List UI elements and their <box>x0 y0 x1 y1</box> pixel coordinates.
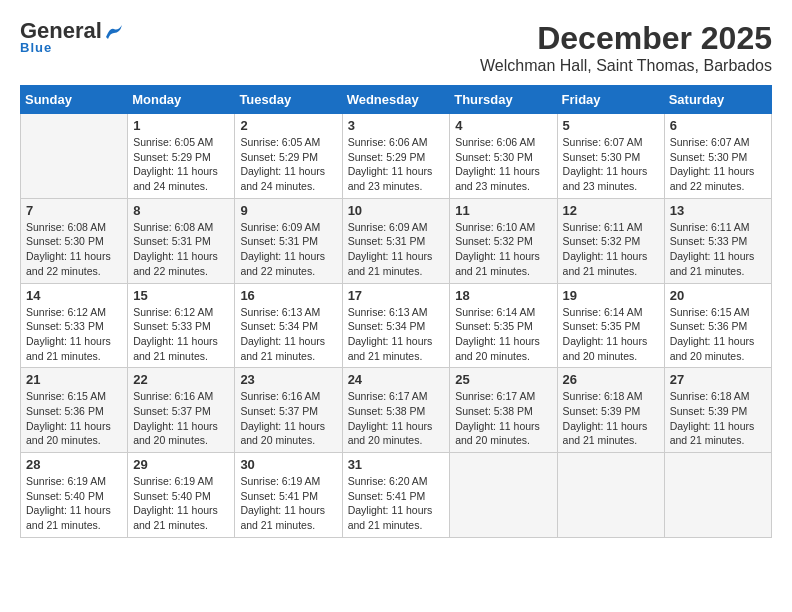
day-number: 19 <box>563 288 659 303</box>
day-info: Sunrise: 6:12 AM Sunset: 5:33 PM Dayligh… <box>26 305 122 364</box>
table-cell: 4Sunrise: 6:06 AM Sunset: 5:30 PM Daylig… <box>450 114 557 199</box>
day-info: Sunrise: 6:18 AM Sunset: 5:39 PM Dayligh… <box>670 389 766 448</box>
day-info: Sunrise: 6:18 AM Sunset: 5:39 PM Dayligh… <box>563 389 659 448</box>
table-cell: 16Sunrise: 6:13 AM Sunset: 5:34 PM Dayli… <box>235 283 342 368</box>
table-cell: 26Sunrise: 6:18 AM Sunset: 5:39 PM Dayli… <box>557 368 664 453</box>
day-info: Sunrise: 6:07 AM Sunset: 5:30 PM Dayligh… <box>670 135 766 194</box>
table-cell: 11Sunrise: 6:10 AM Sunset: 5:32 PM Dayli… <box>450 198 557 283</box>
day-info: Sunrise: 6:14 AM Sunset: 5:35 PM Dayligh… <box>455 305 551 364</box>
col-thursday: Thursday <box>450 86 557 114</box>
table-cell: 19Sunrise: 6:14 AM Sunset: 5:35 PM Dayli… <box>557 283 664 368</box>
logo-blue: Blue <box>20 40 52 55</box>
col-wednesday: Wednesday <box>342 86 450 114</box>
day-info: Sunrise: 6:16 AM Sunset: 5:37 PM Dayligh… <box>133 389 229 448</box>
day-info: Sunrise: 6:09 AM Sunset: 5:31 PM Dayligh… <box>348 220 445 279</box>
day-info: Sunrise: 6:19 AM Sunset: 5:40 PM Dayligh… <box>133 474 229 533</box>
day-number: 22 <box>133 372 229 387</box>
day-info: Sunrise: 6:17 AM Sunset: 5:38 PM Dayligh… <box>455 389 551 448</box>
day-number: 1 <box>133 118 229 133</box>
day-info: Sunrise: 6:11 AM Sunset: 5:32 PM Dayligh… <box>563 220 659 279</box>
day-number: 24 <box>348 372 445 387</box>
main-title: December 2025 <box>480 20 772 57</box>
table-cell: 21Sunrise: 6:15 AM Sunset: 5:36 PM Dayli… <box>21 368 128 453</box>
title-area: December 2025 Welchman Hall, Saint Thoma… <box>480 20 772 75</box>
day-info: Sunrise: 6:09 AM Sunset: 5:31 PM Dayligh… <box>240 220 336 279</box>
day-info: Sunrise: 6:20 AM Sunset: 5:41 PM Dayligh… <box>348 474 445 533</box>
table-cell: 23Sunrise: 6:16 AM Sunset: 5:37 PM Dayli… <box>235 368 342 453</box>
day-info: Sunrise: 6:06 AM Sunset: 5:29 PM Dayligh… <box>348 135 445 194</box>
table-cell: 28Sunrise: 6:19 AM Sunset: 5:40 PM Dayli… <box>21 453 128 538</box>
header: General Blue December 2025 Welchman Hall… <box>20 20 772 75</box>
table-cell: 30Sunrise: 6:19 AM Sunset: 5:41 PM Dayli… <box>235 453 342 538</box>
table-cell <box>450 453 557 538</box>
day-number: 8 <box>133 203 229 218</box>
day-info: Sunrise: 6:19 AM Sunset: 5:40 PM Dayligh… <box>26 474 122 533</box>
table-cell: 1Sunrise: 6:05 AM Sunset: 5:29 PM Daylig… <box>128 114 235 199</box>
table-cell: 27Sunrise: 6:18 AM Sunset: 5:39 PM Dayli… <box>664 368 771 453</box>
day-number: 26 <box>563 372 659 387</box>
table-cell: 7Sunrise: 6:08 AM Sunset: 5:30 PM Daylig… <box>21 198 128 283</box>
day-info: Sunrise: 6:11 AM Sunset: 5:33 PM Dayligh… <box>670 220 766 279</box>
table-cell: 8Sunrise: 6:08 AM Sunset: 5:31 PM Daylig… <box>128 198 235 283</box>
table-cell: 18Sunrise: 6:14 AM Sunset: 5:35 PM Dayli… <box>450 283 557 368</box>
logo: General Blue <box>20 20 122 55</box>
table-cell: 31Sunrise: 6:20 AM Sunset: 5:41 PM Dayli… <box>342 453 450 538</box>
table-cell: 17Sunrise: 6:13 AM Sunset: 5:34 PM Dayli… <box>342 283 450 368</box>
day-number: 7 <box>26 203 122 218</box>
col-monday: Monday <box>128 86 235 114</box>
table-cell: 12Sunrise: 6:11 AM Sunset: 5:32 PM Dayli… <box>557 198 664 283</box>
table-cell: 22Sunrise: 6:16 AM Sunset: 5:37 PM Dayli… <box>128 368 235 453</box>
table-cell: 15Sunrise: 6:12 AM Sunset: 5:33 PM Dayli… <box>128 283 235 368</box>
day-number: 2 <box>240 118 336 133</box>
day-info: Sunrise: 6:12 AM Sunset: 5:33 PM Dayligh… <box>133 305 229 364</box>
day-number: 31 <box>348 457 445 472</box>
day-info: Sunrise: 6:16 AM Sunset: 5:37 PM Dayligh… <box>240 389 336 448</box>
col-sunday: Sunday <box>21 86 128 114</box>
col-tuesday: Tuesday <box>235 86 342 114</box>
week-row-5: 28Sunrise: 6:19 AM Sunset: 5:40 PM Dayli… <box>21 453 772 538</box>
table-cell <box>664 453 771 538</box>
day-info: Sunrise: 6:08 AM Sunset: 5:31 PM Dayligh… <box>133 220 229 279</box>
day-info: Sunrise: 6:08 AM Sunset: 5:30 PM Dayligh… <box>26 220 122 279</box>
day-info: Sunrise: 6:07 AM Sunset: 5:30 PM Dayligh… <box>563 135 659 194</box>
day-info: Sunrise: 6:14 AM Sunset: 5:35 PM Dayligh… <box>563 305 659 364</box>
day-number: 4 <box>455 118 551 133</box>
day-info: Sunrise: 6:05 AM Sunset: 5:29 PM Dayligh… <box>133 135 229 194</box>
day-info: Sunrise: 6:19 AM Sunset: 5:41 PM Dayligh… <box>240 474 336 533</box>
week-row-2: 7Sunrise: 6:08 AM Sunset: 5:30 PM Daylig… <box>21 198 772 283</box>
table-cell: 5Sunrise: 6:07 AM Sunset: 5:30 PM Daylig… <box>557 114 664 199</box>
day-number: 28 <box>26 457 122 472</box>
day-info: Sunrise: 6:15 AM Sunset: 5:36 PM Dayligh… <box>26 389 122 448</box>
day-number: 9 <box>240 203 336 218</box>
day-number: 20 <box>670 288 766 303</box>
logo-bird-icon <box>104 25 122 39</box>
table-cell <box>21 114 128 199</box>
day-info: Sunrise: 6:05 AM Sunset: 5:29 PM Dayligh… <box>240 135 336 194</box>
table-cell: 6Sunrise: 6:07 AM Sunset: 5:30 PM Daylig… <box>664 114 771 199</box>
table-cell: 13Sunrise: 6:11 AM Sunset: 5:33 PM Dayli… <box>664 198 771 283</box>
day-number: 14 <box>26 288 122 303</box>
day-number: 11 <box>455 203 551 218</box>
day-number: 17 <box>348 288 445 303</box>
day-number: 18 <box>455 288 551 303</box>
day-info: Sunrise: 6:06 AM Sunset: 5:30 PM Dayligh… <box>455 135 551 194</box>
calendar-table: Sunday Monday Tuesday Wednesday Thursday… <box>20 85 772 538</box>
table-cell: 3Sunrise: 6:06 AM Sunset: 5:29 PM Daylig… <box>342 114 450 199</box>
day-number: 23 <box>240 372 336 387</box>
day-info: Sunrise: 6:13 AM Sunset: 5:34 PM Dayligh… <box>348 305 445 364</box>
table-cell: 25Sunrise: 6:17 AM Sunset: 5:38 PM Dayli… <box>450 368 557 453</box>
day-number: 6 <box>670 118 766 133</box>
col-friday: Friday <box>557 86 664 114</box>
day-number: 21 <box>26 372 122 387</box>
day-number: 15 <box>133 288 229 303</box>
day-number: 30 <box>240 457 336 472</box>
day-number: 29 <box>133 457 229 472</box>
day-number: 13 <box>670 203 766 218</box>
calendar-header-row: Sunday Monday Tuesday Wednesday Thursday… <box>21 86 772 114</box>
day-info: Sunrise: 6:10 AM Sunset: 5:32 PM Dayligh… <box>455 220 551 279</box>
day-number: 25 <box>455 372 551 387</box>
table-cell: 10Sunrise: 6:09 AM Sunset: 5:31 PM Dayli… <box>342 198 450 283</box>
week-row-1: 1Sunrise: 6:05 AM Sunset: 5:29 PM Daylig… <box>21 114 772 199</box>
table-cell: 2Sunrise: 6:05 AM Sunset: 5:29 PM Daylig… <box>235 114 342 199</box>
subtitle: Welchman Hall, Saint Thomas, Barbados <box>480 57 772 75</box>
